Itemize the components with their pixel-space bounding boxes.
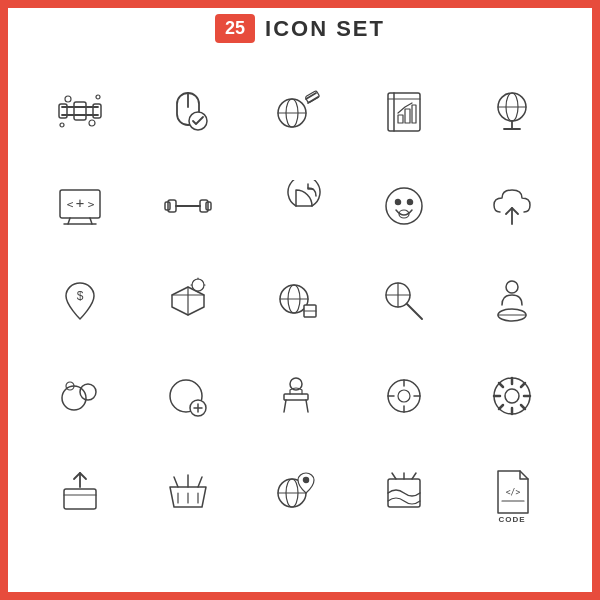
page-title: ICON SET	[265, 16, 385, 42]
svg-line-97	[198, 477, 202, 487]
code-file-icon: </> CODE	[462, 443, 562, 538]
svg-text:+: +	[76, 195, 84, 211]
icons-grid: + < >	[0, 53, 600, 548]
code-label: CODE	[498, 515, 525, 524]
svg-point-8	[96, 95, 100, 99]
svg-line-96	[174, 477, 178, 487]
icon-count-badge: 25	[215, 14, 255, 43]
circle-plus-icon	[138, 348, 238, 443]
crosshair-icon	[354, 348, 454, 443]
svg-point-41	[386, 188, 422, 224]
svg-line-76	[306, 400, 308, 412]
water-wave-icon	[354, 443, 454, 538]
svg-rect-22	[405, 109, 410, 123]
svg-text:>: >	[88, 198, 95, 211]
svg-text:</>: </>	[506, 488, 521, 497]
svg-point-7	[60, 123, 64, 127]
person-globe-icon	[462, 253, 562, 348]
svg-line-75	[284, 400, 286, 412]
monitor-code-icon: + < >	[30, 158, 130, 253]
svg-point-67	[80, 384, 96, 400]
svg-line-92	[499, 405, 503, 409]
mouse-check-icon	[138, 63, 238, 158]
svg-point-42	[396, 199, 401, 204]
player-bench-icon	[246, 348, 346, 443]
svg-point-78	[398, 390, 410, 402]
globe-stand-icon	[462, 63, 562, 158]
dumbbell-icon	[138, 158, 238, 253]
box-settings-icon	[138, 253, 238, 348]
bubbles-icon	[30, 348, 130, 443]
svg-line-107	[392, 473, 396, 479]
svg-rect-23	[412, 105, 416, 123]
cloud-upload-icon	[462, 158, 562, 253]
svg-line-109	[412, 473, 416, 479]
svg-line-30	[68, 218, 70, 224]
svg-point-63	[506, 281, 518, 293]
svg-rect-2	[59, 104, 67, 118]
svg-line-62	[407, 304, 422, 319]
book-chart-icon	[354, 63, 454, 158]
svg-point-49	[192, 279, 204, 291]
page-header: 25 ICON SET	[0, 0, 600, 53]
pie-chart-refresh-icon	[246, 158, 346, 253]
shopping-basket-icon	[138, 443, 238, 538]
svg-point-84	[505, 389, 519, 403]
svg-rect-74	[284, 394, 308, 400]
svg-line-31	[90, 218, 92, 224]
pipe-valve-icon	[30, 63, 130, 158]
svg-point-5	[65, 96, 71, 102]
svg-line-91	[521, 383, 525, 387]
svg-point-105	[304, 477, 309, 482]
svg-rect-93	[64, 489, 96, 509]
svg-rect-4	[74, 102, 86, 120]
gear-circle-icon	[462, 348, 562, 443]
tongue-circle-icon	[354, 158, 454, 253]
svg-point-6	[89, 120, 95, 126]
location-dollar-icon: $	[30, 253, 130, 348]
earth-pin-icon	[246, 443, 346, 538]
svg-text:<: <	[67, 198, 74, 211]
globe-box-icon	[246, 253, 346, 348]
svg-line-90	[521, 405, 525, 409]
arrow-up-box-icon	[30, 443, 130, 538]
tennis-racket-icon	[354, 253, 454, 348]
svg-rect-21	[398, 115, 403, 123]
svg-text:$: $	[77, 289, 84, 303]
svg-line-89	[499, 383, 503, 387]
svg-rect-3	[93, 104, 101, 118]
svg-point-43	[408, 199, 413, 204]
globe-telescope-icon	[246, 63, 346, 158]
